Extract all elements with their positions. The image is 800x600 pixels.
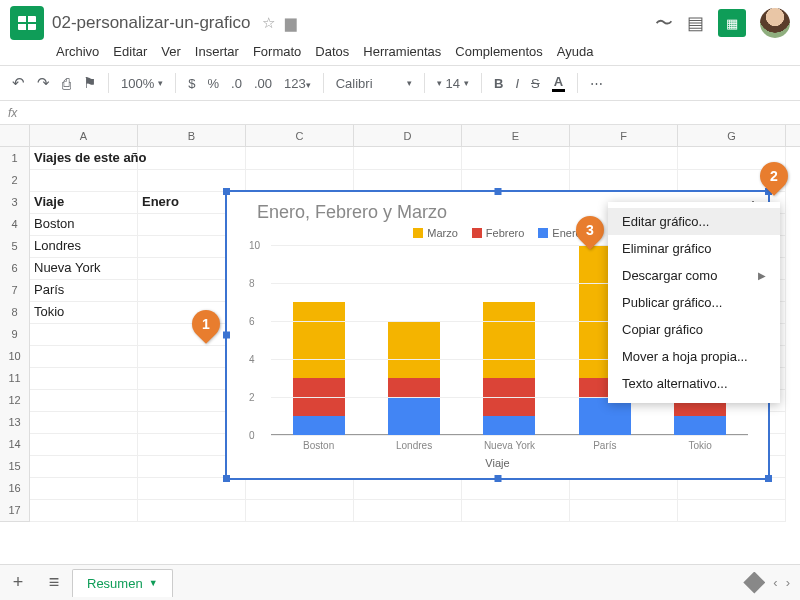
menu-insert[interactable]: Insertar [195,44,239,59]
menu-file[interactable]: Archivo [56,44,99,59]
menu-format[interactable]: Formato [253,44,301,59]
add-sheet-button[interactable]: + [0,572,36,593]
italic-button[interactable]: I [515,76,519,91]
menu-edit[interactable]: Editar [113,44,147,59]
menu-addons[interactable]: Complementos [455,44,542,59]
ctx-move-own-sheet[interactable]: Mover a hoja propia... [608,343,780,370]
toolbar: ↶ ↷ ⎙ ⚑ 100%▾ $ % .0 .00 123▾ Calibri▾ ▾… [0,65,800,101]
doc-title[interactable]: 02-personalizar-un-grafico [52,13,250,33]
chart-context-menu: Editar gráfico... Eliminar gráfico Desca… [608,202,780,403]
strike-button[interactable]: S [531,76,540,91]
menu-view[interactable]: Ver [161,44,181,59]
zoom-select[interactable]: 100%▾ [121,76,163,91]
num-format-button[interactable]: 123▾ [284,76,311,91]
folder-icon[interactable]: ▆ [285,14,297,32]
dec-dec-button[interactable]: .0 [231,76,242,91]
more-button[interactable]: ⋯ [590,76,603,91]
scroll-left-icon[interactable]: ‹ [773,575,777,590]
menubar: Archivo Editar Ver Insertar Formato Dato… [10,40,790,65]
redo-icon[interactable]: ↷ [37,74,50,92]
formula-bar[interactable]: fx [0,101,800,125]
sheets-logo[interactable] [10,6,44,40]
share-button[interactable]: ▦ [718,9,746,37]
footer: + ≡ Resumen▼ ‹ › [0,564,800,600]
sheet-tab-resumen[interactable]: Resumen▼ [72,569,173,597]
menu-data[interactable]: Datos [315,44,349,59]
font-size-select[interactable]: ▾14▾ [437,76,469,91]
currency-button[interactable]: $ [188,76,195,91]
all-sheets-button[interactable]: ≡ [36,572,72,593]
font-select[interactable]: Calibri▾ [336,76,412,91]
chart-xlabel: Viaje [227,457,768,469]
ctx-delete-chart[interactable]: Eliminar gráfico [608,235,780,262]
trend-icon[interactable]: 〜 [655,11,673,35]
explore-button[interactable] [743,572,765,594]
percent-button[interactable]: % [207,76,219,91]
font-color-button[interactable]: A [552,74,565,92]
ctx-publish-chart[interactable]: Publicar gráfico... [608,289,780,316]
ctx-alt-text[interactable]: Texto alternativo... [608,370,780,397]
undo-icon[interactable]: ↶ [12,74,25,92]
scroll-right-icon[interactable]: › [786,575,790,590]
avatar[interactable] [760,8,790,38]
bold-button[interactable]: B [494,76,503,91]
ctx-download-as[interactable]: Descargar como▶ [608,262,780,289]
menu-tools[interactable]: Herramientas [363,44,441,59]
menu-help[interactable]: Ayuda [557,44,594,59]
comment-icon[interactable]: ▤ [687,12,704,34]
print-icon[interactable]: ⎙ [62,75,71,92]
ctx-edit-chart[interactable]: Editar gráfico... [608,208,780,235]
paint-icon[interactable]: ⚑ [83,74,96,92]
header: 02-personalizar-un-grafico ☆ ▆ 〜 ▤ ▦ Arc… [0,0,800,65]
column-headers: ABCDEFG [0,125,800,147]
ctx-copy-chart[interactable]: Copiar gráfico [608,316,780,343]
star-icon[interactable]: ☆ [262,14,275,32]
dec-inc-button[interactable]: .00 [254,76,272,91]
